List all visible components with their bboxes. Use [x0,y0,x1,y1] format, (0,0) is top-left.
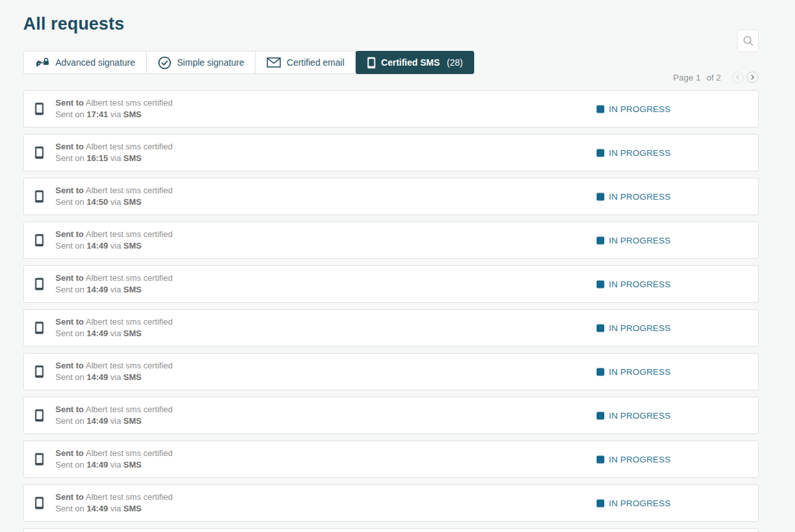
status-square-icon [597,455,604,463]
status-label: IN PROGRESS [609,455,671,464]
status-badge: IN PROGRESS [597,280,671,289]
tab-simple-signature[interactable]: Simple signature [146,51,256,74]
sent-to-line: Sent to Albert test sms certified [55,316,173,328]
sent-on-line: Sent on 14:49 via SMS [55,459,173,471]
sent-on-line: Sent on 14:49 via SMS [55,372,173,383]
request-row[interactable]: Sent to Albert test sms certified Sent o… [23,90,759,128]
search-button[interactable] [737,30,759,52]
check-circle-icon [158,56,171,70]
tab-certified-email[interactable]: Certified email [255,51,356,74]
request-details: Sent to Albert test sms certified Sent o… [55,491,173,515]
request-row[interactable]: Sent to Albert test sms certified Sent o… [23,397,759,434]
request-details: Sent to Albert test sms certified Sent o… [55,272,173,296]
status-badge: IN PROGRESS [597,455,671,464]
smartphone-icon [35,321,44,334]
request-row[interactable]: Sent to Albert test sms certified Sent o… [23,265,759,303]
status-square-icon [597,236,604,244]
all-requests-page: All requests Advanced signature [0,14,795,532]
status-label: IN PROGRESS [609,323,671,333]
sent-to-line: Sent to Albert test sms certified [55,448,173,459]
sent-on-line: Sent on 14:49 via SMS [55,240,173,252]
request-row[interactable]: Sent to Albert test sms certified Sent o… [23,484,759,522]
sent-on-line: Sent on 14:50 via SMS [55,196,173,208]
request-row[interactable]: Sent to Albert test sms certified Sent o… [23,441,759,478]
smartphone-icon [35,190,44,203]
status-badge: IN PROGRESS [597,323,671,333]
request-details: Sent to Albert test sms certified Sent o… [55,141,173,164]
signature-lock-icon [35,57,50,69]
tab-label: Advanced signature [55,57,135,68]
status-label: IN PROGRESS [609,367,671,377]
smartphone-icon [35,234,44,247]
request-row[interactable]: Sent to Albert test sms certified Sent o… [23,353,759,390]
status-label: IN PROGRESS [609,280,671,289]
smartphone-icon [35,365,44,378]
status-label: IN PROGRESS [609,499,671,508]
sent-on-line: Sent on 14:49 via SMS [55,328,173,339]
status-square-icon [597,193,604,200]
pagination-page-label: Page 1 [673,73,701,82]
request-row[interactable]: Sent to Albert test sms certified Sent o… [23,178,759,215]
tab-label: Simple signature [177,57,244,68]
tab-advanced-signature[interactable]: Advanced signature [23,51,147,74]
smartphone-icon [35,146,44,159]
request-details: Sent to Albert test sms certified Sent o… [55,97,173,120]
sent-on-line: Sent on 14:49 via SMS [55,503,173,515]
smartphone-icon [35,278,44,290]
chevron-right-icon [750,75,755,80]
sent-to-line: Sent to Albert test sms certified [55,229,173,240]
status-label: IN PROGRESS [609,104,671,114]
request-row[interactable]: Sent to Albert test sms certified Sent o… [23,222,759,259]
request-details: Sent to Albert test sms certified Sent o… [55,404,173,427]
request-details: Sent to Albert test sms certified Sent o… [55,360,173,383]
smartphone-icon [35,497,44,509]
sent-to-line: Sent to Albert test sms certified [55,97,173,109]
status-square-icon [597,412,604,419]
request-details: Sent to Albert test sms certified Sent o… [55,229,173,252]
chevron-left-icon [735,75,740,80]
status-badge: IN PROGRESS [597,367,671,377]
envelope-icon [267,57,281,68]
request-list: Sent to Albert test sms certified Sent o… [23,90,759,532]
smartphone-icon [35,409,44,422]
request-details: Sent to Albert test sms certified Sent o… [55,316,173,339]
request-row[interactable]: Sent to Albert test sms certified Sent o… [23,134,759,171]
status-label: IN PROGRESS [609,148,671,158]
request-details: Sent to Albert test sms certified Sent o… [55,185,173,208]
pagination: Page 1 of 2 [673,71,758,83]
status-badge: IN PROGRESS [597,148,671,158]
status-square-icon [597,105,604,113]
sent-to-line: Sent to Albert test sms certified [55,141,173,153]
sent-to-line: Sent to Albert test sms certified [55,404,173,415]
sent-on-line: Sent on 16:15 via SMS [55,153,173,164]
status-square-icon [597,499,604,507]
previous-page-button[interactable] [732,71,743,83]
sent-to-line: Sent to Albert test sms certified [55,491,173,503]
smartphone-icon [367,57,376,69]
request-row[interactable]: Sent to Albert test sms certified Sent o… [23,309,759,347]
request-row-partial[interactable] [23,528,759,532]
smartphone-icon [35,102,44,115]
sent-on-line: Sent on 14:49 via SMS [55,415,173,427]
status-badge: IN PROGRESS [597,192,671,202]
status-badge: IN PROGRESS [597,499,671,508]
request-details: Sent to Albert test sms certified Sent o… [55,448,173,471]
sent-on-line: Sent on 17:41 via SMS [55,109,173,120]
status-label: IN PROGRESS [609,236,671,245]
sent-on-line: Sent on 14:49 via SMS [55,284,173,296]
tab-certified-sms[interactable]: Certified SMS (28) [356,51,475,74]
status-badge: IN PROGRESS [597,236,671,245]
next-page-button[interactable] [747,71,758,83]
smartphone-icon [35,453,44,466]
sent-to-line: Sent to Albert test sms certified [55,360,173,372]
status-label: IN PROGRESS [609,411,671,421]
sent-to-line: Sent to Albert test sms certified [55,272,173,284]
magnifier-icon [742,35,754,47]
pagination-of-label: of 2 [706,73,721,82]
tab-label: Certified email [287,57,344,68]
status-square-icon [597,149,604,157]
request-type-tabs: Advanced signature Simple signature Cert… [23,51,759,74]
tab-label: Certified SMS [381,57,440,68]
tab-count-badge: (28) [447,57,463,68]
page-title: All requests [23,14,759,34]
